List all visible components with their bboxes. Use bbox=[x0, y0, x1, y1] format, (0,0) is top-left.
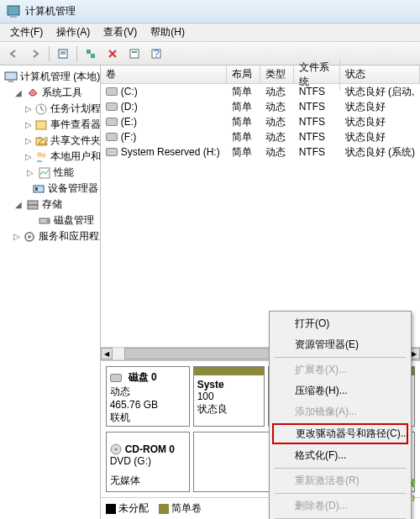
menu-bar: 文件(F) 操作(A) 查看(V) 帮助(H) bbox=[0, 24, 420, 42]
tree-systools[interactable]: ◢系统工具 bbox=[2, 85, 98, 101]
volume-list: 卷 布局 类型 文件系统 状态 (C:)简单动态NTFS状态良好 (启动,(D:… bbox=[101, 66, 420, 160]
tree-root[interactable]: 计算机管理 (本地) bbox=[2, 69, 98, 85]
back-button[interactable] bbox=[3, 45, 24, 63]
tree-shares[interactable]: ▷22共享文件夹 bbox=[2, 133, 98, 149]
svg-rect-8 bbox=[132, 51, 137, 53]
volume-icon bbox=[106, 102, 118, 111]
menu-action[interactable]: 操作(A) bbox=[50, 24, 97, 41]
hdd-icon bbox=[110, 374, 122, 382]
ctx-explorer[interactable]: 资源管理器(E) bbox=[271, 334, 409, 355]
tree-devmgr[interactable]: 设备管理器 bbox=[2, 181, 98, 197]
tree-services[interactable]: ▷服务和应用程序 bbox=[2, 228, 98, 244]
ctx-change-drive-letter[interactable]: 更改驱动器号和路径(C)... bbox=[272, 423, 408, 444]
svg-rect-11 bbox=[5, 72, 17, 80]
services-icon bbox=[23, 230, 36, 244]
volume-row[interactable]: (C:)简单动态NTFS状态良好 (启动, bbox=[101, 84, 420, 99]
ctx-shrink[interactable]: 压缩卷(H)... bbox=[271, 380, 409, 401]
scroll-thumb[interactable] bbox=[124, 348, 276, 359]
legend-simple: 简单卷 bbox=[159, 501, 202, 516]
volume-row[interactable]: (E:)简单动态NTFS状态良好 bbox=[101, 114, 420, 129]
column-headers: 卷 布局 类型 文件系统 状态 bbox=[101, 66, 420, 84]
svg-text:?: ? bbox=[154, 48, 160, 60]
storage-icon bbox=[26, 198, 39, 212]
volume-row[interactable]: System Reserved (H:)简单动态NTFS状态良好 (系统) bbox=[101, 144, 420, 160]
delete-button[interactable] bbox=[102, 45, 123, 63]
tree-perf[interactable]: ▷性能 bbox=[2, 165, 98, 181]
ctx-delete: 删除卷(D)... bbox=[271, 495, 409, 516]
expand-icon[interactable]: ▷ bbox=[25, 168, 35, 177]
menu-view[interactable]: 查看(V) bbox=[97, 24, 144, 41]
expand-icon[interactable]: ▷ bbox=[25, 136, 32, 145]
volume-icon bbox=[106, 87, 118, 96]
svg-rect-1 bbox=[10, 15, 17, 18]
tools-icon bbox=[26, 86, 39, 100]
refresh-button[interactable] bbox=[81, 45, 101, 63]
disk-icon bbox=[38, 214, 51, 228]
title-bar: 计算机管理 bbox=[0, 0, 420, 24]
window-title: 计算机管理 bbox=[25, 4, 76, 18]
toolbar: ? bbox=[0, 42, 420, 66]
col-layout[interactable]: 布局 bbox=[227, 66, 260, 83]
app-icon bbox=[7, 5, 20, 18]
event-icon bbox=[34, 118, 48, 132]
disk0-label[interactable]: 磁盘 0 动态 465.76 GB 联机 bbox=[106, 366, 190, 427]
properties-button[interactable] bbox=[53, 45, 73, 63]
menu-help[interactable]: 帮助(H) bbox=[144, 24, 192, 41]
perf-icon bbox=[38, 166, 51, 180]
expand-icon[interactable]: ▷ bbox=[13, 232, 20, 241]
cdrom-label[interactable]: CD-ROM 0 DVD (G:) 无媒体 bbox=[106, 432, 190, 492]
computer-icon bbox=[4, 71, 18, 84]
cdrom-icon bbox=[110, 443, 122, 455]
svg-rect-14 bbox=[36, 121, 46, 129]
volume-icon bbox=[106, 133, 118, 141]
svg-rect-12 bbox=[8, 80, 13, 82]
volume-row[interactable]: (F:)简单动态NTFS状态良好 bbox=[101, 129, 420, 144]
ctx-reactivate: 重新激活卷(R) bbox=[271, 470, 409, 491]
svg-point-28 bbox=[114, 448, 117, 451]
volume-icon bbox=[106, 148, 118, 156]
svg-rect-20 bbox=[35, 187, 38, 191]
forward-button[interactable] bbox=[25, 45, 45, 63]
col-type[interactable]: 类型 bbox=[260, 66, 294, 83]
volume-row[interactable]: (D:)简单动态NTFS状态良好 bbox=[101, 99, 420, 114]
svg-point-24 bbox=[47, 219, 50, 222]
ctx-format[interactable]: 格式化(F)... bbox=[271, 445, 409, 466]
options-button[interactable]: ? bbox=[146, 45, 166, 63]
tree-eventviewer[interactable]: ▷事件查看器 bbox=[2, 117, 98, 133]
menu-file[interactable]: 文件(F) bbox=[3, 24, 50, 41]
svg-rect-21 bbox=[28, 201, 38, 205]
ctx-extend: 扩展卷(X)... bbox=[271, 359, 409, 380]
help-button[interactable] bbox=[124, 45, 144, 63]
folder-icon: 22 bbox=[34, 134, 48, 148]
volume-icon bbox=[106, 118, 118, 126]
svg-rect-0 bbox=[8, 6, 19, 15]
svg-point-26 bbox=[28, 235, 31, 239]
svg-rect-22 bbox=[28, 205, 38, 209]
device-icon bbox=[32, 182, 45, 196]
tree-scheduler[interactable]: ▷任务计划程序 bbox=[2, 101, 98, 117]
collapse-icon[interactable]: ◢ bbox=[13, 88, 24, 97]
scroll-left-icon[interactable]: ◀ bbox=[101, 348, 113, 359]
tree-storage[interactable]: ◢存储 bbox=[2, 197, 98, 212]
nav-tree: 计算机管理 (本地) ◢系统工具 ▷任务计划程序 ▷事件查看器 ▷22共享文件夹… bbox=[0, 66, 101, 519]
clock-icon bbox=[34, 102, 48, 116]
tree-users[interactable]: ▷本地用户和组 bbox=[2, 149, 98, 165]
svg-point-16 bbox=[37, 152, 42, 157]
context-menu: 打开(O) 资源管理器(E) 扩展卷(X)... 压缩卷(H)... 添加镜像(… bbox=[269, 311, 412, 519]
ctx-open[interactable]: 打开(O) bbox=[271, 313, 409, 334]
svg-text:22: 22 bbox=[38, 135, 48, 147]
svg-rect-6 bbox=[91, 54, 95, 58]
collapse-icon[interactable]: ◢ bbox=[13, 200, 24, 209]
expand-icon[interactable]: ▷ bbox=[25, 104, 32, 113]
tree-diskmgmt[interactable]: 磁盘管理 bbox=[2, 212, 98, 228]
svg-rect-19 bbox=[34, 186, 44, 192]
users-icon bbox=[34, 150, 48, 164]
expand-icon[interactable]: ▷ bbox=[25, 152, 32, 161]
legend-unalloc: 未分配 bbox=[106, 501, 149, 516]
partition[interactable]: Syste100状态良 bbox=[193, 366, 265, 427]
svg-rect-5 bbox=[87, 50, 91, 54]
col-volume[interactable]: 卷 bbox=[101, 66, 227, 83]
expand-icon[interactable]: ▷ bbox=[25, 120, 32, 129]
ctx-mirror: 添加镜像(A)... bbox=[271, 401, 409, 422]
col-status[interactable]: 状态 bbox=[340, 66, 420, 83]
